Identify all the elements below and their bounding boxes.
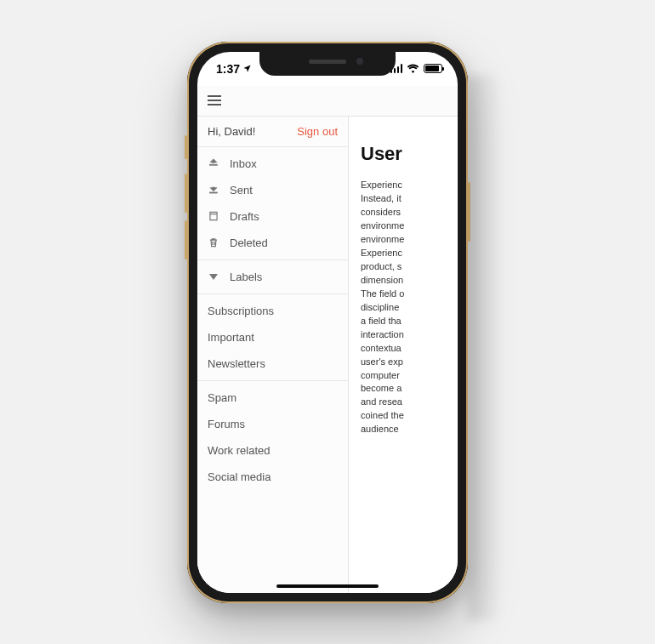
folders-section: Inbox Sent Drafts <box>197 147 348 260</box>
sidebar-item-label: Subscriptions <box>208 305 274 317</box>
labels-header-section: Labels <box>197 260 348 294</box>
article-line: Instead, it <box>361 192 454 206</box>
phone-side-button <box>185 220 187 259</box>
sidebar-item-newsletters[interactable]: Newsletters <box>197 350 348 377</box>
sidebar-item-sent[interactable]: Sent <box>197 177 348 203</box>
sidebar-item-label: Drafts <box>230 210 259 223</box>
sidebar-item-inbox[interactable]: Inbox <box>197 151 348 177</box>
wifi-icon <box>407 64 419 73</box>
labels-toggle[interactable]: Labels <box>197 264 348 290</box>
phone-notch <box>259 52 396 76</box>
article-line: and resea <box>361 396 454 409</box>
sidebar-item-important[interactable]: Important <box>197 324 348 350</box>
sidebar-item-label: Forums <box>208 418 245 430</box>
article-line: a field tha <box>361 315 454 328</box>
article-line: become a <box>361 382 454 396</box>
svg-rect-1 <box>209 192 217 193</box>
article-line: audience <box>361 423 454 436</box>
sidebar-item-label: Important <box>208 331 254 344</box>
greeting-text: Hi, David! <box>208 125 255 138</box>
labels-section-a: Subscriptions Important Newsletters <box>197 294 348 381</box>
phone-side-button <box>468 182 470 242</box>
article-line: discipline <box>361 301 454 315</box>
sidebar-item-subscriptions[interactable]: Subscriptions <box>197 298 348 324</box>
article-line: The field o <box>361 288 454 301</box>
main-content[interactable]: User Experienc Instead, it considers env… <box>349 117 458 593</box>
sidebar-item-spam[interactable]: Spam <box>197 385 348 411</box>
labels-section-b: Spam Forums Work related Social media <box>197 381 348 493</box>
inbox-icon <box>208 157 219 169</box>
sidebar-item-drafts[interactable]: Drafts <box>197 203 348 230</box>
phone-side-button <box>185 135 187 159</box>
drafts-icon <box>208 210 219 222</box>
battery-icon <box>424 64 442 73</box>
article-line: considers <box>361 206 454 219</box>
sidebar-item-work-related[interactable]: Work related <box>197 437 348 464</box>
phone-side-button <box>185 174 187 213</box>
article-line: Experienc <box>361 179 454 192</box>
sidebar-item-label: Inbox <box>230 157 257 170</box>
article-line: environme <box>361 233 454 247</box>
article-title: User <box>361 140 454 168</box>
sidebar-item-label: Social media <box>208 470 271 483</box>
phone-mockup: 1:37 <box>187 42 468 603</box>
home-indicator[interactable] <box>276 584 379 588</box>
sidebar-item-label: Deleted <box>230 237 268 249</box>
app-topbar <box>197 86 458 117</box>
svg-rect-0 <box>209 164 217 165</box>
article-line: coined the <box>361 409 454 423</box>
sidebar-item-label: Sent <box>230 184 253 197</box>
location-services-icon <box>242 64 252 73</box>
article-line: user's exp <box>361 356 454 369</box>
sidebar-item-deleted[interactable]: Deleted <box>197 230 348 256</box>
status-time: 1:37 <box>216 62 240 76</box>
drawer-header: Hi, David! Sign out <box>197 117 348 147</box>
article-line: interaction <box>361 328 454 342</box>
sidebar-item-label: Spam <box>208 391 236 404</box>
trash-icon <box>208 237 219 248</box>
article-line: product, s <box>361 260 454 274</box>
navigation-drawer[interactable]: Hi, David! Sign out Inbox <box>197 117 349 593</box>
sidebar-item-label: Work related <box>208 444 270 457</box>
sidebar-item-label: Newsletters <box>208 357 265 370</box>
sign-out-link[interactable]: Sign out <box>297 125 338 138</box>
article-line: contextua <box>361 342 454 356</box>
sidebar-item-forums[interactable]: Forums <box>197 411 348 437</box>
article-line: computer <box>361 369 454 383</box>
chevron-down-icon <box>208 274 219 280</box>
app-content: Hi, David! Sign out Inbox <box>197 86 458 593</box>
menu-button[interactable] <box>208 95 221 105</box>
article-line: environme <box>361 219 454 233</box>
article-line: dimension <box>361 274 454 288</box>
phone-screen: 1:37 <box>197 52 458 593</box>
sidebar-item-social-media[interactable]: Social media <box>197 464 348 490</box>
sidebar-item-label: Labels <box>230 271 262 283</box>
article-line: Experienc <box>361 247 454 260</box>
sent-icon <box>208 184 219 196</box>
